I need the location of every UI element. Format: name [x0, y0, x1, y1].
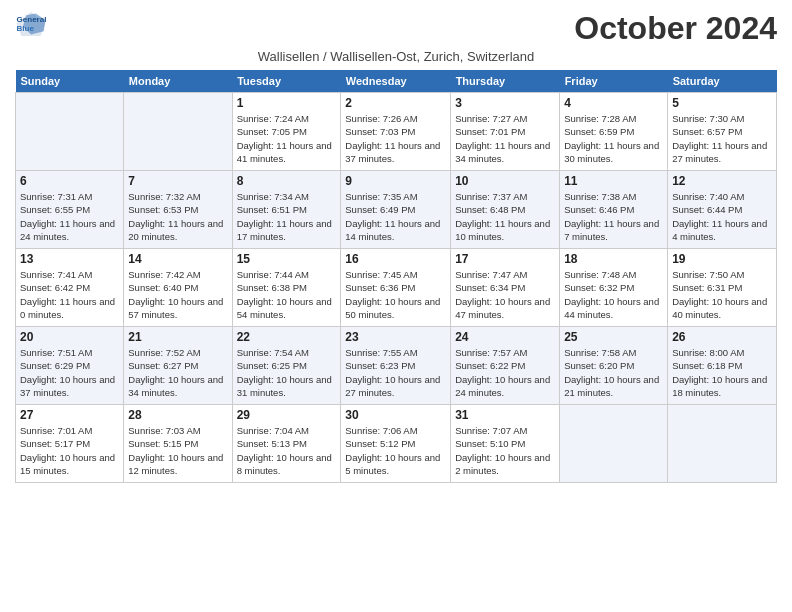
day-info: Sunrise: 7:26 AMSunset: 7:03 PMDaylight:… [345, 112, 446, 165]
calendar-cell: 9Sunrise: 7:35 AMSunset: 6:49 PMDaylight… [341, 171, 451, 249]
subtitle: Wallisellen / Wallisellen-Ost, Zurich, S… [15, 49, 777, 64]
calendar-cell: 21Sunrise: 7:52 AMSunset: 6:27 PMDayligh… [124, 327, 232, 405]
day-number: 16 [345, 252, 446, 266]
calendar-cell: 26Sunrise: 8:00 AMSunset: 6:18 PMDayligh… [668, 327, 777, 405]
day-info: Sunrise: 7:32 AMSunset: 6:53 PMDaylight:… [128, 190, 227, 243]
day-info: Sunrise: 7:24 AMSunset: 7:05 PMDaylight:… [237, 112, 337, 165]
calendar-cell: 14Sunrise: 7:42 AMSunset: 6:40 PMDayligh… [124, 249, 232, 327]
calendar-cell [124, 93, 232, 171]
day-info: Sunrise: 7:35 AMSunset: 6:49 PMDaylight:… [345, 190, 446, 243]
day-info: Sunrise: 7:40 AMSunset: 6:44 PMDaylight:… [672, 190, 772, 243]
calendar-cell: 10Sunrise: 7:37 AMSunset: 6:48 PMDayligh… [451, 171, 560, 249]
calendar-cell: 12Sunrise: 7:40 AMSunset: 6:44 PMDayligh… [668, 171, 777, 249]
day-info: Sunrise: 7:37 AMSunset: 6:48 PMDaylight:… [455, 190, 555, 243]
day-info: Sunrise: 7:57 AMSunset: 6:22 PMDaylight:… [455, 346, 555, 399]
weekday-header-thursday: Thursday [451, 70, 560, 93]
calendar-cell: 15Sunrise: 7:44 AMSunset: 6:38 PMDayligh… [232, 249, 341, 327]
day-number: 13 [20, 252, 119, 266]
calendar-cell: 20Sunrise: 7:51 AMSunset: 6:29 PMDayligh… [16, 327, 124, 405]
svg-text:General: General [17, 15, 47, 24]
week-row-1: 1Sunrise: 7:24 AMSunset: 7:05 PMDaylight… [16, 93, 777, 171]
calendar-cell: 6Sunrise: 7:31 AMSunset: 6:55 PMDaylight… [16, 171, 124, 249]
day-info: Sunrise: 7:52 AMSunset: 6:27 PMDaylight:… [128, 346, 227, 399]
day-number: 11 [564, 174, 663, 188]
calendar-cell [560, 405, 668, 483]
day-info: Sunrise: 7:30 AMSunset: 6:57 PMDaylight:… [672, 112, 772, 165]
day-number: 6 [20, 174, 119, 188]
week-row-2: 6Sunrise: 7:31 AMSunset: 6:55 PMDaylight… [16, 171, 777, 249]
day-number: 21 [128, 330, 227, 344]
calendar-cell: 19Sunrise: 7:50 AMSunset: 6:31 PMDayligh… [668, 249, 777, 327]
calendar-cell: 13Sunrise: 7:41 AMSunset: 6:42 PMDayligh… [16, 249, 124, 327]
day-number: 12 [672, 174, 772, 188]
day-number: 3 [455, 96, 555, 110]
calendar-cell: 5Sunrise: 7:30 AMSunset: 6:57 PMDaylight… [668, 93, 777, 171]
month-title: October 2024 [574, 10, 777, 47]
day-number: 9 [345, 174, 446, 188]
day-info: Sunrise: 8:00 AMSunset: 6:18 PMDaylight:… [672, 346, 772, 399]
calendar-cell: 11Sunrise: 7:38 AMSunset: 6:46 PMDayligh… [560, 171, 668, 249]
day-number: 24 [455, 330, 555, 344]
calendar-cell: 2Sunrise: 7:26 AMSunset: 7:03 PMDaylight… [341, 93, 451, 171]
day-info: Sunrise: 7:44 AMSunset: 6:38 PMDaylight:… [237, 268, 337, 321]
day-number: 26 [672, 330, 772, 344]
day-info: Sunrise: 7:48 AMSunset: 6:32 PMDaylight:… [564, 268, 663, 321]
day-number: 31 [455, 408, 555, 422]
calendar-cell: 8Sunrise: 7:34 AMSunset: 6:51 PMDaylight… [232, 171, 341, 249]
day-number: 23 [345, 330, 446, 344]
header-top: General Blue October 2024 [15, 10, 777, 47]
day-number: 2 [345, 96, 446, 110]
day-number: 8 [237, 174, 337, 188]
day-info: Sunrise: 7:58 AMSunset: 6:20 PMDaylight:… [564, 346, 663, 399]
day-info: Sunrise: 7:06 AMSunset: 5:12 PMDaylight:… [345, 424, 446, 477]
weekday-header-sunday: Sunday [16, 70, 124, 93]
day-number: 18 [564, 252, 663, 266]
day-info: Sunrise: 7:45 AMSunset: 6:36 PMDaylight:… [345, 268, 446, 321]
day-number: 1 [237, 96, 337, 110]
calendar-cell [668, 405, 777, 483]
calendar-cell: 17Sunrise: 7:47 AMSunset: 6:34 PMDayligh… [451, 249, 560, 327]
calendar-cell: 25Sunrise: 7:58 AMSunset: 6:20 PMDayligh… [560, 327, 668, 405]
day-number: 14 [128, 252, 227, 266]
day-info: Sunrise: 7:55 AMSunset: 6:23 PMDaylight:… [345, 346, 446, 399]
day-number: 27 [20, 408, 119, 422]
day-number: 7 [128, 174, 227, 188]
day-info: Sunrise: 7:41 AMSunset: 6:42 PMDaylight:… [20, 268, 119, 321]
day-number: 20 [20, 330, 119, 344]
weekday-header-saturday: Saturday [668, 70, 777, 93]
day-info: Sunrise: 7:03 AMSunset: 5:15 PMDaylight:… [128, 424, 227, 477]
calendar-cell: 3Sunrise: 7:27 AMSunset: 7:01 PMDaylight… [451, 93, 560, 171]
day-info: Sunrise: 7:51 AMSunset: 6:29 PMDaylight:… [20, 346, 119, 399]
day-info: Sunrise: 7:38 AMSunset: 6:46 PMDaylight:… [564, 190, 663, 243]
calendar-cell: 22Sunrise: 7:54 AMSunset: 6:25 PMDayligh… [232, 327, 341, 405]
calendar-cell: 1Sunrise: 7:24 AMSunset: 7:05 PMDaylight… [232, 93, 341, 171]
day-info: Sunrise: 7:42 AMSunset: 6:40 PMDaylight:… [128, 268, 227, 321]
calendar-cell: 23Sunrise: 7:55 AMSunset: 6:23 PMDayligh… [341, 327, 451, 405]
day-number: 19 [672, 252, 772, 266]
day-number: 5 [672, 96, 772, 110]
day-info: Sunrise: 7:31 AMSunset: 6:55 PMDaylight:… [20, 190, 119, 243]
day-number: 29 [237, 408, 337, 422]
day-number: 25 [564, 330, 663, 344]
calendar-cell: 30Sunrise: 7:06 AMSunset: 5:12 PMDayligh… [341, 405, 451, 483]
day-info: Sunrise: 7:28 AMSunset: 6:59 PMDaylight:… [564, 112, 663, 165]
day-number: 17 [455, 252, 555, 266]
weekday-header-friday: Friday [560, 70, 668, 93]
day-number: 4 [564, 96, 663, 110]
calendar-cell: 24Sunrise: 7:57 AMSunset: 6:22 PMDayligh… [451, 327, 560, 405]
calendar-cell [16, 93, 124, 171]
weekday-header-monday: Monday [124, 70, 232, 93]
week-row-5: 27Sunrise: 7:01 AMSunset: 5:17 PMDayligh… [16, 405, 777, 483]
day-info: Sunrise: 7:04 AMSunset: 5:13 PMDaylight:… [237, 424, 337, 477]
calendar-cell: 28Sunrise: 7:03 AMSunset: 5:15 PMDayligh… [124, 405, 232, 483]
logo: General Blue [15, 10, 47, 38]
calendar-cell: 31Sunrise: 7:07 AMSunset: 5:10 PMDayligh… [451, 405, 560, 483]
calendar-cell: 7Sunrise: 7:32 AMSunset: 6:53 PMDaylight… [124, 171, 232, 249]
calendar-table: SundayMondayTuesdayWednesdayThursdayFrid… [15, 70, 777, 483]
calendar-cell: 4Sunrise: 7:28 AMSunset: 6:59 PMDaylight… [560, 93, 668, 171]
logo-icon: General Blue [15, 10, 47, 38]
svg-text:Blue: Blue [17, 24, 35, 33]
day-number: 28 [128, 408, 227, 422]
week-row-3: 13Sunrise: 7:41 AMSunset: 6:42 PMDayligh… [16, 249, 777, 327]
day-info: Sunrise: 7:01 AMSunset: 5:17 PMDaylight:… [20, 424, 119, 477]
